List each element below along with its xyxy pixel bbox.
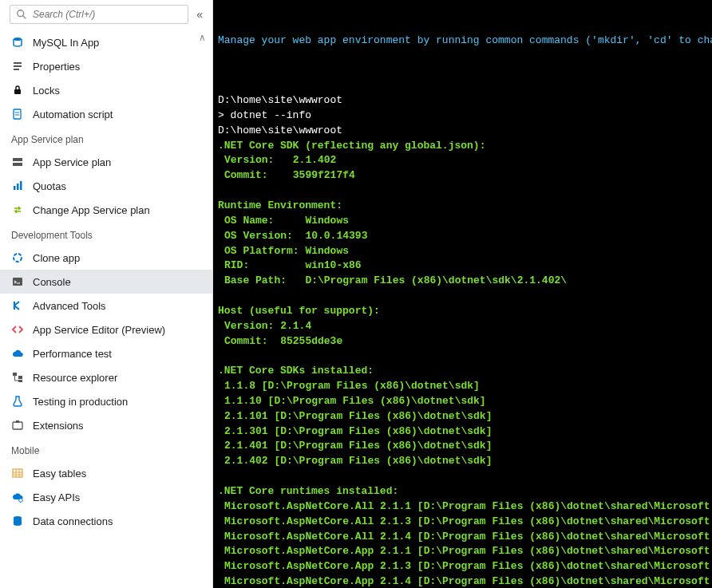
svg-point-15 xyxy=(14,254,22,262)
sidebar-item-quotas[interactable]: Quotas xyxy=(0,174,212,198)
console-line: Commit: 85255dde3e xyxy=(218,334,707,349)
console-line: Commit: 3599f217f4 xyxy=(218,168,707,184)
console-line: OS Name: Windows xyxy=(218,214,707,229)
console-line xyxy=(218,289,707,304)
console-output[interactable]: Manage your web app environment by runni… xyxy=(213,0,712,588)
data-icon xyxy=(11,515,24,527)
sidebar-item-label: App Service plan xyxy=(33,156,111,168)
sidebar-item-label: Performance test xyxy=(33,348,112,360)
sidebar-item-label: Easy APIs xyxy=(33,491,80,503)
sidebar-item-performance-test[interactable]: Performance test xyxy=(0,341,212,365)
extensions-icon xyxy=(11,419,24,432)
sidebar-item-app-service-editor[interactable]: App Service Editor (Preview) xyxy=(0,318,212,341)
sidebar-item-data-connections[interactable]: Data connections xyxy=(0,509,212,533)
sidebar-item-label: Testing in production xyxy=(33,396,128,408)
sidebar-item-clone-app[interactable]: Clone app xyxy=(0,246,212,270)
console-line: OS Platform: Windows xyxy=(218,244,707,259)
console-line: Runtime Environment: xyxy=(218,199,707,214)
svg-line-1 xyxy=(23,16,26,19)
sidebar-item-extensions[interactable]: Extensions xyxy=(0,413,212,437)
sidebar-item-label: Data connections xyxy=(33,515,113,527)
svg-rect-13 xyxy=(17,184,19,190)
console-line: 1.1.8 [D:\Program Files (x86)\dotnet\sdk… xyxy=(218,379,707,394)
change-plan-icon xyxy=(11,203,24,216)
sidebar-item-label: Clone app xyxy=(33,252,80,264)
console-line: > dotnet --info xyxy=(218,109,707,124)
section-header: Development Tools xyxy=(0,222,212,246)
svg-rect-21 xyxy=(16,420,19,423)
console-line: Microsoft.AspNetCore.App 2.1.3 [D:\Progr… xyxy=(218,559,707,574)
script-icon xyxy=(11,108,24,120)
tables-icon xyxy=(11,467,24,479)
console-line: D:\home\site\wwwroot xyxy=(218,93,707,109)
console-line: 2.1.401 [D:\Program Files (x86)\dotnet\s… xyxy=(218,439,707,454)
sidebar-item-resource-explorer[interactable]: Resource explorer xyxy=(0,365,212,389)
console-icon xyxy=(11,275,24,288)
sidebar-item-easy-apis[interactable]: Easy APIs xyxy=(0,485,212,509)
mysql-icon xyxy=(11,36,24,49)
console-line: Host (useful for support): xyxy=(218,304,707,319)
console-banner: Manage your web app environment by runni… xyxy=(218,34,707,49)
sidebar-item-label: Change App Service plan xyxy=(33,204,150,216)
console-line: .NET Core SDKs installed: xyxy=(218,364,707,379)
search-icon xyxy=(15,8,28,21)
properties-icon xyxy=(11,60,24,73)
console-line xyxy=(218,184,707,199)
svg-rect-3 xyxy=(14,62,22,64)
console-line: .NET Core SDK (reflecting any global.jso… xyxy=(218,139,707,154)
console-line xyxy=(218,469,707,484)
search-box[interactable] xyxy=(10,5,188,24)
console-line: 2.1.101 [D:\Program Files (x86)\dotnet\s… xyxy=(218,409,707,424)
console-line: Base Path: D:\Program Files (x86)\dotnet… xyxy=(218,274,707,289)
collapse-sidebar-button[interactable]: « xyxy=(193,6,206,22)
svg-rect-5 xyxy=(14,69,19,70)
sidebar-item-mysql-in-app[interactable]: MySQL In App xyxy=(0,30,212,54)
sidebar-item-easy-tables[interactable]: Easy tables xyxy=(0,461,212,485)
svg-rect-18 xyxy=(18,376,22,379)
sidebar-item-locks[interactable]: Locks xyxy=(0,78,212,102)
console-line: Version: 2.1.4 xyxy=(218,319,707,334)
sidebar-item-change-plan[interactable]: Change App Service plan xyxy=(0,198,212,222)
svg-point-0 xyxy=(18,10,24,17)
sidebar-item-label: Console xyxy=(33,276,71,288)
sidebar-header: « xyxy=(0,0,212,30)
search-input[interactable] xyxy=(33,9,183,20)
sidebar-item-app-service-plan[interactable]: App Service plan xyxy=(0,150,212,174)
console-lines: D:\home\site\wwwroot> dotnet --infoD:\ho… xyxy=(218,78,707,588)
console-line: Microsoft.AspNetCore.All 2.1.1 [D:\Progr… xyxy=(218,499,707,515)
sidebar-item-properties[interactable]: Properties xyxy=(0,54,212,78)
svg-rect-20 xyxy=(13,422,22,429)
section-header: App Service plan xyxy=(0,126,212,150)
console-line: Microsoft.AspNetCore.App 2.1.4 [D:\Progr… xyxy=(218,574,707,588)
clone-icon xyxy=(11,251,24,264)
sidebar-item-label: MySQL In App xyxy=(33,37,99,49)
svg-rect-16 xyxy=(13,278,22,286)
console-line: Microsoft.AspNetCore.All 2.1.4 [D:\Progr… xyxy=(218,530,707,545)
svg-point-27 xyxy=(19,499,23,503)
console-line xyxy=(218,349,707,364)
sidebar-item-console[interactable]: Console xyxy=(0,270,212,294)
editor-icon xyxy=(11,323,24,336)
console-line: D:\home\site\wwwroot xyxy=(218,124,707,139)
svg-rect-22 xyxy=(13,469,22,477)
explorer-icon xyxy=(11,371,24,384)
sidebar-item-testing-in-prod[interactable]: Testing in production xyxy=(0,389,212,413)
svg-rect-7 xyxy=(14,109,21,119)
svg-point-2 xyxy=(14,37,22,41)
console-line: 1.1.10 [D:\Program Files (x86)\dotnet\sd… xyxy=(218,394,707,409)
console-line: OS Version: 10.0.14393 xyxy=(218,229,707,244)
sidebar-item-automation-script[interactable]: Automation script xyxy=(0,102,212,126)
sidebar-item-label: Advanced Tools xyxy=(33,300,106,312)
sidebar-item-advanced-tools[interactable]: Advanced Tools xyxy=(0,294,212,318)
sidebar-item-label: Properties xyxy=(33,61,80,73)
svg-rect-4 xyxy=(14,65,22,67)
svg-rect-19 xyxy=(18,380,22,382)
svg-rect-17 xyxy=(13,373,17,376)
scroll-up-arrow[interactable]: ∧ xyxy=(197,30,208,45)
sidebar-item-label: Resource explorer xyxy=(33,372,117,384)
svg-rect-10 xyxy=(13,158,22,161)
sidebar-item-label: Easy tables xyxy=(33,468,86,479)
svg-rect-6 xyxy=(14,89,21,94)
console-line: 2.1.301 [D:\Program Files (x86)\dotnet\s… xyxy=(218,424,707,440)
console-line xyxy=(218,78,707,93)
